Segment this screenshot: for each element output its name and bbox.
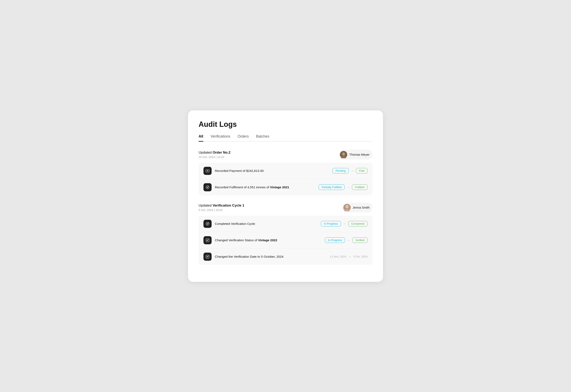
tab-verifications[interactable]: Verifications (211, 134, 230, 142)
user-pill-thomas: Thomas Meyer (339, 150, 372, 159)
log-item-payment: $ Recorded Payment of $242,613.00 Pendin… (199, 163, 372, 179)
arrow-icon-5: → (348, 255, 351, 258)
date-from: 11 Nov, 2024 (330, 255, 346, 258)
log-item-vstatus-status: In Progress → Verified (325, 238, 367, 243)
tab-batches[interactable]: Batches (256, 134, 269, 142)
arrow-icon-4: → (347, 238, 350, 242)
tab-bar: All Verifications Orders Batches (199, 134, 372, 142)
avatar-thomas (340, 151, 347, 158)
vintage-bold: Vintage 2021 (270, 185, 289, 189)
vintage2022-bold: Vintage 2022 (258, 238, 277, 242)
log-item-verification-text: Completed Verification Cycle (215, 222, 318, 226)
log-date: 15 Oct, 2024 | 14:23 (199, 155, 231, 159)
page-title: Audit Logs (199, 120, 372, 129)
svg-point-14 (346, 206, 346, 206)
badge-inprogress-1: In Progress (321, 221, 341, 226)
log-item-verification-status: Changed Verification Status of Vintage 2… (199, 232, 372, 249)
arrow-icon-3: → (343, 222, 346, 226)
log-title-group-2: Updated Verification Cycle 1 5 Oct, 2024… (199, 204, 244, 212)
log-title: Updated Order No.2 (199, 151, 231, 154)
badge-paid: Paid (356, 168, 367, 173)
log-section-header-2: Updated Verification Cycle 1 5 Oct, 2024… (199, 203, 372, 212)
log-date-2: 5 Oct, 2024 | 10:02 (199, 208, 244, 212)
log-title-2: Updated Verification Cycle 1 (199, 204, 244, 208)
verification-complete-icon (204, 220, 212, 228)
log-item-verification-date: Changed the Verification Date to 5 Octob… (199, 249, 372, 265)
arrow-icon: → (351, 169, 354, 173)
log-section-header: Updated Order No.2 15 Oct, 2024 | 14:23 (199, 150, 372, 159)
user-name-thomas: Thomas Meyer (349, 153, 370, 156)
log-items-verification: Completed Verification Cycle In Progress… (199, 216, 372, 265)
log-title-bold: Order No.2 (213, 151, 231, 154)
verification-date-icon (204, 252, 212, 261)
log-item-fulfilment-text: Recorded Fulfilment of 4,551 tonnes of V… (215, 185, 315, 189)
user-pill-jenna: Jenna Smith (342, 203, 372, 212)
log-section-verification: Updated Verification Cycle 1 5 Oct, 2024… (199, 203, 372, 265)
user-name-jenna: Jenna Smith (353, 206, 370, 209)
svg-point-5 (344, 153, 344, 154)
payment-icon: $ (204, 167, 212, 175)
log-items-order2: $ Recorded Payment of $242,613.00 Pendin… (199, 163, 372, 196)
log-item-vdate-text: Changed the Verification Date to 5 Octob… (215, 255, 327, 258)
svg-point-15 (347, 206, 348, 206)
avatar-jenna (343, 204, 351, 211)
badge-fulfilled: Fulfilled (352, 184, 367, 190)
tab-orders[interactable]: Orders (238, 134, 249, 142)
log-item-verification-complete: Completed Verification Cycle In Progress… (199, 216, 372, 232)
log-item-verification-status: In Progress → Completed (321, 221, 367, 226)
badge-pending: Pending (332, 168, 349, 173)
fulfilment-icon (204, 183, 212, 191)
badge-partially-fulfilled: Partially Fulfilled (319, 184, 345, 190)
log-item-vstatus-text: Changed Verification Status of Vintage 2… (215, 238, 322, 242)
log-item-fulfilment: Recorded Fulfilment of 4,551 tonnes of V… (199, 179, 372, 196)
log-section-order2: Updated Order No.2 15 Oct, 2024 | 14:23 (199, 150, 372, 196)
audit-logs-card: Audit Logs All Verifications Orders Batc… (188, 110, 383, 282)
svg-point-4 (343, 153, 343, 154)
log-item-payment-text: Recorded Payment of $242,613.00 (215, 169, 329, 173)
log-title-bold-2: Verification Cycle 1 (213, 204, 244, 207)
log-item-vdate-status: 11 Nov, 2024 → 5 Oct, 2024 (330, 255, 367, 258)
log-item-payment-status: Pending → Paid (332, 168, 367, 173)
tab-all[interactable]: All (199, 134, 203, 142)
badge-completed: Completed (348, 221, 367, 226)
log-item-fulfilment-status: Partially Fulfilled → Fulfilled (319, 184, 367, 190)
badge-verified: Verified (352, 238, 367, 243)
log-title-group: Updated Order No.2 15 Oct, 2024 | 14:23 (199, 151, 231, 159)
date-to: 5 Oct, 2024 (353, 255, 367, 258)
verification-status-icon (204, 236, 212, 244)
arrow-icon-2: → (347, 185, 350, 189)
badge-inprogress-2: In Progress (325, 238, 345, 243)
